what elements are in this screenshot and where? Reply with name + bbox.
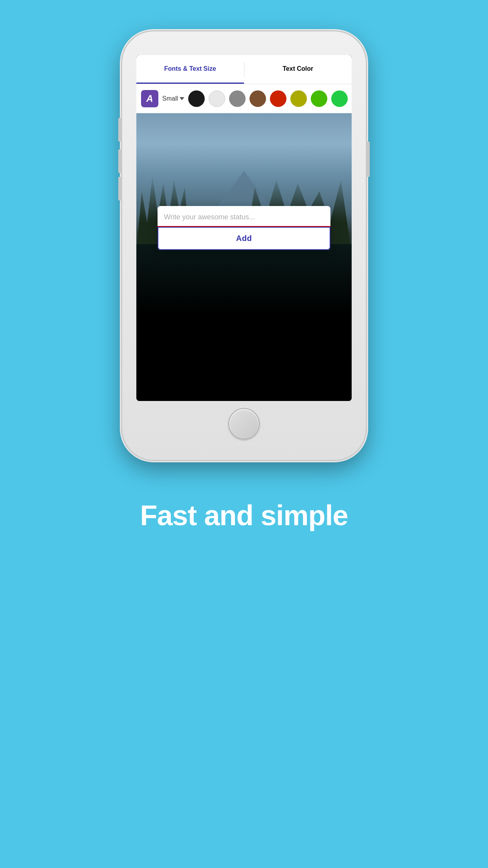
color-swatch-white[interactable] [209, 90, 225, 107]
color-options-row: A Small [136, 84, 352, 113]
color-swatch-brown[interactable] [250, 90, 266, 107]
color-swatch-bright-green[interactable] [331, 90, 348, 107]
bottom-tagline: Fast and simple [140, 499, 348, 531]
phone-mockup: Fonts & Text Size Text Color A Small [122, 31, 366, 460]
toolbar: Fonts & Text Size Text Color [136, 55, 352, 84]
color-swatch-black[interactable] [188, 90, 205, 107]
black-bottom-area [136, 314, 352, 401]
status-dialog: Add [158, 206, 330, 250]
font-a-icon[interactable]: A [141, 90, 158, 107]
color-swatch-green[interactable] [311, 90, 327, 107]
add-button[interactable]: Add [158, 227, 330, 250]
dropdown-arrow-icon [180, 97, 184, 100]
color-swatch-red[interactable] [270, 90, 286, 107]
tab-text-color[interactable]: Text Color [244, 55, 352, 84]
status-input[interactable] [158, 206, 330, 227]
size-dropdown[interactable]: Small [162, 95, 184, 102]
foreground-dark [136, 244, 352, 314]
home-button[interactable] [228, 408, 260, 440]
color-swatch-gray[interactable] [229, 90, 246, 107]
tab-fonts-text-size[interactable]: Fonts & Text Size [136, 55, 244, 84]
color-swatch-yellow-green[interactable] [290, 90, 307, 107]
phone-screen: Fonts & Text Size Text Color A Small [136, 55, 352, 401]
